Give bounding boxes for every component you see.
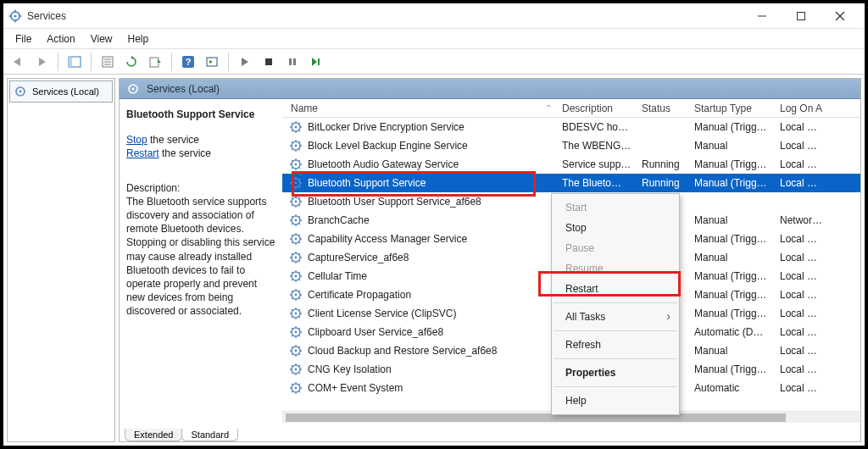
- service-startup: Manual (Trigg…: [689, 287, 775, 302]
- svg-line-36: [292, 130, 293, 132]
- close-button[interactable]: [821, 4, 860, 28]
- refresh-button[interactable]: [122, 53, 141, 71]
- column-logon[interactable]: Log On A: [775, 101, 829, 116]
- start-service-button[interactable]: [236, 53, 254, 71]
- column-startup[interactable]: Startup Type: [689, 101, 775, 116]
- service-logon: Local Sys…: [775, 343, 829, 358]
- menu-view[interactable]: View: [84, 31, 120, 47]
- service-logon: Local Sys…: [775, 306, 829, 321]
- svg-line-54: [292, 160, 293, 162]
- ctx-help[interactable]: Help: [552, 391, 679, 411]
- service-name: Clipboard User Service_af6e8: [308, 326, 443, 338]
- service-logon: Local Sys…: [775, 250, 829, 265]
- service-name: Cloud Backup and Restore Service_af6e8: [308, 345, 497, 357]
- restart-service-link[interactable]: Restart: [126, 147, 159, 159]
- service-row[interactable]: BitLocker Drive Encryption ServiceBDESVC…: [282, 118, 860, 136]
- svg-line-135: [299, 317, 301, 319]
- action-button[interactable]: [203, 53, 221, 71]
- stop-suffix: the service: [147, 134, 199, 146]
- svg-line-96: [292, 242, 293, 244]
- svg-line-67: [299, 179, 301, 180]
- app-icon: [8, 9, 22, 23]
- service-status: Running: [637, 175, 689, 191]
- svg-line-87: [299, 216, 301, 218]
- back-button[interactable]: [8, 53, 27, 71]
- ctx-resume: Resume: [552, 258, 679, 279]
- forward-button[interactable]: [32, 53, 51, 71]
- show-hide-tree-button[interactable]: [65, 53, 84, 71]
- tab-extended[interactable]: Extended: [125, 429, 182, 441]
- svg-line-105: [299, 261, 301, 263]
- service-logon: Local Sys…: [775, 119, 829, 135]
- svg-line-37: [299, 123, 301, 125]
- service-startup: Manual: [689, 343, 775, 358]
- restart-service-button[interactable]: [307, 53, 326, 71]
- stop-service-link[interactable]: Stop: [126, 134, 147, 146]
- svg-line-35: [299, 130, 301, 132]
- service-logon: Local Sys…: [775, 231, 829, 247]
- export-button[interactable]: [146, 53, 164, 71]
- menu-action[interactable]: Action: [40, 31, 81, 47]
- svg-point-159: [295, 369, 298, 371]
- service-name: CaptureService_af6e8: [308, 252, 409, 263]
- svg-point-39: [295, 145, 298, 147]
- svg-line-94: [292, 235, 293, 236]
- menu-file[interactable]: File: [8, 31, 38, 47]
- service-logon: Local Ser…: [775, 175, 829, 191]
- service-row[interactable]: Bluetooth Audio Gateway ServiceService s…: [282, 155, 860, 174]
- ctx-refresh[interactable]: Refresh: [552, 335, 679, 355]
- pane-header: Services (Local): [120, 79, 860, 99]
- svg-line-115: [299, 280, 301, 281]
- service-logon: Local Sys…: [775, 287, 829, 302]
- service-name: Certificate Propagation: [308, 289, 411, 301]
- menu-help[interactable]: Help: [121, 31, 156, 47]
- svg-line-34: [292, 123, 293, 125]
- description-text: The Bluetooth service supports discovery…: [126, 195, 275, 319]
- svg-line-106: [292, 261, 293, 263]
- svg-point-99: [295, 257, 298, 259]
- service-startup: Manual (Trigg…: [689, 362, 775, 377]
- service-logon: [775, 200, 829, 203]
- window-title: Services: [27, 10, 66, 22]
- help-button[interactable]: ?: [179, 53, 198, 71]
- description-panel: Bluetooth Support Service Stop the servi…: [120, 99, 282, 423]
- maximize-button[interactable]: [782, 4, 821, 28]
- gear-icon: [289, 176, 303, 190]
- service-logon: Local Ser…: [775, 380, 829, 396]
- svg-line-76: [292, 205, 293, 207]
- ctx-properties[interactable]: Properties: [552, 363, 679, 383]
- svg-line-107: [299, 253, 301, 255]
- ctx-pause: Pause: [552, 238, 679, 258]
- svg-line-104: [292, 253, 293, 255]
- service-desc: Service supp…: [557, 157, 637, 172]
- tree-services-local[interactable]: Services (Local): [9, 80, 113, 103]
- svg-line-175: [299, 391, 301, 393]
- minimize-button[interactable]: [743, 4, 782, 28]
- svg-line-97: [299, 235, 301, 236]
- ctx-all-tasks[interactable]: All Tasks: [552, 307, 679, 327]
- service-row[interactable]: Bluetooth Support ServiceThe Blueto…Runn…: [282, 174, 860, 192]
- context-menu: Start Stop Pause Resume Restart All Task…: [551, 193, 680, 415]
- column-status[interactable]: Status: [637, 101, 689, 116]
- gear-icon: [289, 120, 303, 134]
- svg-line-166: [292, 373, 293, 374]
- description-label: Description:: [126, 181, 275, 195]
- column-description[interactable]: Description: [557, 101, 637, 116]
- svg-line-114: [292, 272, 293, 274]
- svg-line-57: [299, 160, 301, 162]
- ctx-restart[interactable]: Restart: [552, 279, 679, 299]
- service-startup: Manual (Trigg…: [689, 231, 775, 247]
- service-name: Block Level Backup Engine Service: [308, 140, 468, 152]
- svg-point-69: [295, 201, 298, 203]
- svg-point-89: [295, 238, 298, 241]
- tab-standard[interactable]: Standard: [181, 429, 238, 441]
- service-logon: Local Sys…: [775, 138, 829, 153]
- svg-point-59: [295, 182, 298, 185]
- pause-service-button[interactable]: [283, 53, 302, 71]
- column-name[interactable]: Name⌃: [282, 101, 557, 116]
- properties-button[interactable]: [98, 53, 117, 71]
- stop-service-button[interactable]: [259, 53, 278, 71]
- service-startup: Manual (Trigg…: [689, 306, 775, 321]
- ctx-stop[interactable]: Stop: [552, 218, 679, 238]
- service-row[interactable]: Block Level Backup Engine ServiceThe WBE…: [282, 136, 860, 155]
